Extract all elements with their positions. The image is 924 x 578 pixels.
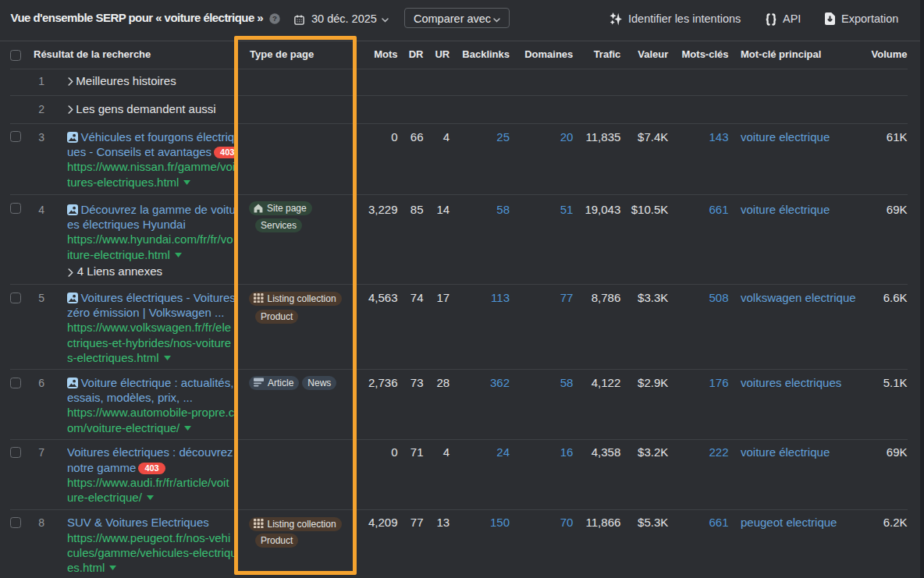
svg-text:?: ? <box>272 14 277 23</box>
